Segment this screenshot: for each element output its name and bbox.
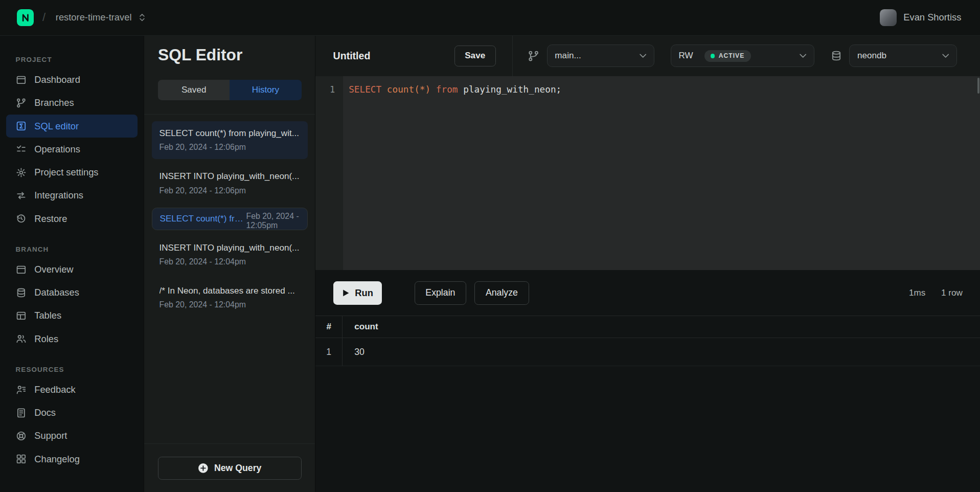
sql-keyword: from (430, 84, 458, 95)
history-item[interactable]: SELECT count(*) from playing_wit... Feb … (152, 121, 308, 159)
sidebar-item-roles[interactable]: Roles (6, 327, 138, 350)
user-menu[interactable]: Evan Shortiss (880, 9, 962, 26)
sql-function: count(*) (381, 84, 430, 95)
sidebar-item-label: Roles (34, 333, 58, 345)
line-numbers: 1 (315, 76, 343, 270)
history-item-selected[interactable]: SELECT count(*) from playing_wit... Feb … (152, 208, 308, 230)
panel-footer: New Query (144, 443, 315, 492)
database-icon (831, 50, 842, 61)
sidebar-item-databases[interactable]: Databases (6, 281, 138, 304)
history-item[interactable]: INSERT INTO playing_with_neon(... Feb 20… (152, 165, 308, 202)
databases-icon (16, 287, 27, 298)
project-name: restore-time-travel (56, 12, 132, 23)
sidebar-item-label: Project settings (34, 167, 98, 178)
sidebar-item-integrations[interactable]: Integrations (6, 184, 138, 207)
sidebar-item-label: Overview (34, 264, 73, 275)
sidebar-item-label: Changelog (34, 454, 80, 465)
chevron-down-icon (942, 54, 949, 58)
settings-icon (16, 167, 27, 178)
history-timestamp: Feb 20, 2024 - 12:04pm (159, 257, 301, 266)
sidebar-item-project-settings[interactable]: Project settings (6, 161, 138, 184)
explain-button[interactable]: Explain (415, 281, 467, 305)
integrations-icon (16, 190, 27, 201)
run-button[interactable]: Run (333, 281, 382, 305)
connection-bar: main... RW ACTIVE (513, 36, 980, 76)
sidebar-section-project: PROJECT Dashboard Branches SQL editor Op… (0, 56, 144, 230)
sidebar-item-overview[interactable]: Overview (6, 258, 138, 281)
sidebar-item-label: Tables (34, 310, 61, 321)
sidebar-item-label: Databases (34, 287, 79, 298)
query-stats: 1ms 1 row (909, 288, 966, 298)
roles-icon (16, 333, 27, 344)
sidebar-item-restore[interactable]: Restore (6, 207, 138, 230)
sidebar-item-label: Feedback (34, 384, 76, 395)
sidebar-item-sql-editor[interactable]: SQL editor (6, 115, 138, 138)
sidebar-item-tables[interactable]: Tables (6, 304, 138, 327)
sql-editor-icon (16, 121, 27, 131)
dashboard-icon (16, 75, 27, 85)
sidebar-item-label: Branches (34, 97, 74, 108)
sidebar-item-changelog[interactable]: Changelog (6, 448, 138, 471)
chevron-down-icon (800, 54, 806, 58)
code-editor[interactable]: 1 SELECT count(*) from playing_with_neon… (315, 76, 980, 270)
compute-select[interactable]: RW ACTIVE (671, 44, 814, 67)
sidebar-item-label: SQL editor (34, 121, 79, 132)
sidebar-item-feedback[interactable]: Feedback (6, 378, 138, 401)
section-label-resources: RESOURCES (0, 366, 144, 378)
neon-logo[interactable] (17, 9, 34, 26)
sidebar-item-operations[interactable]: Operations (6, 138, 138, 161)
branch-select-value: main... (555, 51, 581, 61)
sidebar-item-label: Dashboard (34, 74, 80, 85)
sidebar-section-branch: BRANCH Overview Databases Tables Roles (0, 245, 144, 351)
section-label-project: PROJECT (0, 56, 144, 69)
tab-history[interactable]: History (230, 80, 301, 100)
new-query-label: New Query (214, 463, 262, 474)
database-select-value: neondb (857, 51, 886, 61)
sidebar-item-dashboard[interactable]: Dashboard (6, 69, 138, 92)
history-timestamp: Feb 20, 2024 - 12:06pm (159, 186, 301, 195)
count-value-cell: 30 (343, 338, 364, 366)
active-dot-icon (711, 54, 715, 58)
tab-saved[interactable]: Saved (158, 80, 230, 100)
project-selector[interactable]: restore-time-travel (54, 9, 147, 26)
database-select[interactable]: neondb (849, 44, 956, 67)
branch-select[interactable]: main... (547, 44, 654, 67)
user-name: Evan Shortiss (903, 12, 961, 23)
query-title: Untitled (333, 50, 371, 62)
sidebar: PROJECT Dashboard Branches SQL editor Op… (0, 36, 144, 492)
editor-main: Untitled Save main... RW (315, 36, 980, 492)
editor-header: Untitled Save main... RW (315, 36, 980, 76)
plus-icon (198, 463, 209, 474)
neon-console: / restore-time-travel Evan Shortiss PROJ… (0, 0, 980, 492)
branches-icon (16, 98, 27, 108)
sql-editor-panel: SQL Editor Saved History SELECT count(*)… (144, 36, 315, 492)
avatar (880, 9, 897, 26)
table-row: 1 30 (315, 338, 980, 366)
save-button[interactable]: Save (454, 46, 496, 66)
editor-scrollbar[interactable] (977, 78, 979, 94)
sidebar-item-label: Operations (34, 144, 80, 155)
play-icon (342, 289, 350, 297)
analyze-button[interactable]: Analyze (474, 281, 529, 305)
history-timestamp: Feb 20, 2024 - 12:04pm (159, 300, 301, 309)
status-badge: ACTIVE (704, 50, 751, 62)
new-query-button[interactable]: New Query (158, 457, 301, 480)
changelog-icon (16, 454, 27, 464)
results-header-row: # count (315, 316, 980, 338)
sidebar-item-label: Support (34, 430, 67, 441)
sidebar-item-support[interactable]: Support (6, 424, 138, 448)
sidebar-item-branches[interactable]: Branches (6, 92, 138, 115)
sidebar-item-docs[interactable]: Docs (6, 401, 138, 424)
status-badge-label: ACTIVE (719, 52, 745, 59)
compute-select-value: RW (678, 51, 693, 61)
history-item[interactable]: /* In Neon, databases are stored ... Feb… (152, 279, 308, 317)
history-query: INSERT INTO playing_with_neon(... (159, 243, 301, 253)
topbar: / restore-time-travel Evan Shortiss (0, 0, 980, 36)
history-item[interactable]: INSERT INTO playing_with_neon(... Feb 20… (152, 236, 308, 273)
history-timestamp: Feb 20, 2024 - 12:06pm (159, 143, 301, 152)
breadcrumb-separator: / (42, 11, 45, 24)
column-header-index: # (315, 316, 343, 338)
run-label: Run (355, 287, 373, 299)
results-table: # count 1 30 (315, 316, 980, 366)
query-duration: 1ms (909, 288, 925, 298)
